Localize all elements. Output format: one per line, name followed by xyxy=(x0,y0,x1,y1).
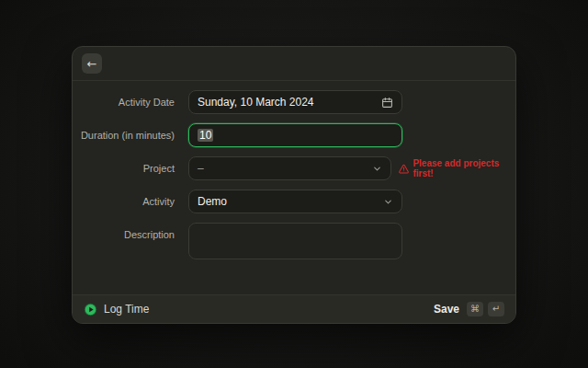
project-error: Please add projects first! xyxy=(399,158,515,178)
alert-triangle-icon xyxy=(399,164,409,174)
save-button[interactable]: Save xyxy=(434,303,459,316)
description-label: Description xyxy=(73,223,188,241)
modal-header: ← xyxy=(73,47,515,81)
duration-value: 10 xyxy=(198,129,213,142)
activity-date-value: Sunday, 10 March 2024 xyxy=(198,96,314,109)
return-key-icon: ↵ xyxy=(488,302,504,316)
save-action[interactable]: Save ⌘ ↵ xyxy=(434,302,504,316)
chevron-down-icon xyxy=(383,197,393,207)
project-label: Project xyxy=(73,163,188,175)
activity-date-field[interactable]: Sunday, 10 March 2024 xyxy=(188,90,402,114)
activity-select[interactable]: Demo xyxy=(188,190,402,213)
play-circle-icon xyxy=(84,303,97,316)
project-row: Project – xyxy=(73,156,515,180)
duration-input[interactable]: 10 xyxy=(188,123,402,147)
duration-label: Duration (in minutes) xyxy=(73,130,188,142)
page-background: ← Activity Date Sunday, 10 March 2024 xyxy=(0,0,588,368)
back-button[interactable]: ← xyxy=(82,53,102,74)
log-time-form: Activity Date Sunday, 10 March 2024 Dura… xyxy=(73,81,515,294)
duration-row: Duration (in minutes) 10 xyxy=(73,123,515,147)
activity-label: Activity xyxy=(73,196,188,208)
project-select[interactable]: – xyxy=(188,156,391,180)
footer-action-label: Log Time xyxy=(104,303,149,316)
project-value: – xyxy=(198,162,204,175)
activity-date-label: Activity Date xyxy=(73,97,188,109)
description-textarea[interactable] xyxy=(188,223,402,259)
activity-row: Activity Demo xyxy=(73,190,515,213)
activity-value: Demo xyxy=(198,195,227,208)
command-key-icon: ⌘ xyxy=(467,302,483,316)
calendar-icon[interactable] xyxy=(381,97,393,109)
log-time-modal: ← Activity Date Sunday, 10 March 2024 xyxy=(72,46,516,324)
modal-footer: Log Time Save ⌘ ↵ xyxy=(73,294,515,323)
project-error-text: Please add projects first! xyxy=(413,158,515,178)
activity-date-row: Activity Date Sunday, 10 March 2024 xyxy=(73,90,515,114)
chevron-down-icon xyxy=(372,164,382,174)
back-arrow-icon: ← xyxy=(87,58,97,70)
description-row: Description xyxy=(73,223,515,259)
